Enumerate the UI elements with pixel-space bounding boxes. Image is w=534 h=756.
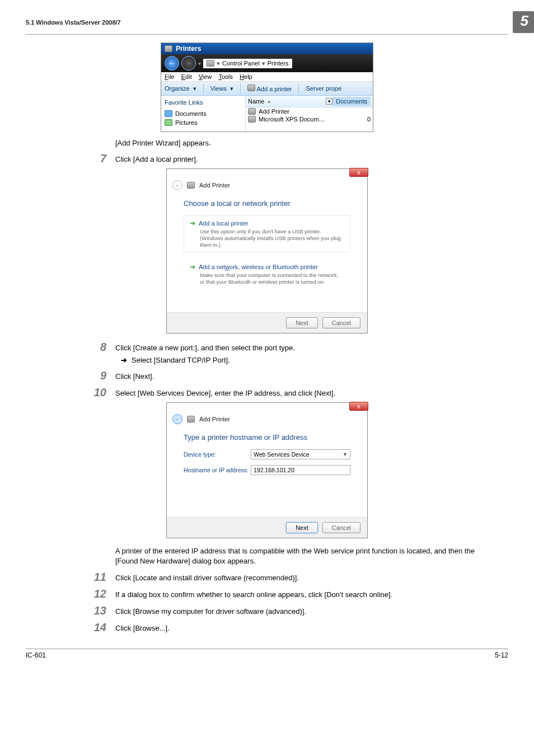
printer-icon — [187, 182, 195, 189]
step-text: Click [Locate and install driver softwar… — [115, 571, 486, 583]
menu-help[interactable]: Help — [240, 73, 252, 80]
step-text: Click [Next]. — [115, 370, 486, 381]
footer-left: IC-601 — [26, 651, 46, 659]
cancel-button[interactable]: Cancel — [322, 522, 360, 533]
printer-icon — [248, 108, 256, 115]
column-documents[interactable]: Documents — [332, 97, 371, 106]
option-description: Make sure that your computer is connecte… — [200, 272, 344, 285]
footer-right: 5-12 — [495, 651, 508, 659]
doc-count: 0 — [362, 116, 371, 123]
step-number: 11 — [48, 571, 115, 583]
option-local-printer[interactable]: ➔Add a local printer Use this option onl… — [184, 215, 350, 252]
step-8: 8 Click [Create a new port:], and then s… — [48, 341, 486, 353]
page: 5.1 Windows Vista/Server 2008/7 5 Printe… — [0, 11, 534, 661]
step-number: 14 — [48, 622, 115, 633]
step-number: 10 — [48, 387, 115, 398]
column-header-row: Name ▲ ▾ Documents — [246, 96, 373, 107]
menu-bar: File Edit View Tools Help — [161, 72, 373, 82]
window-titlebar: Printers — [161, 43, 373, 54]
page-header: 5.1 Windows Vista/Server 2008/7 5 — [26, 11, 508, 35]
option-description: Use this option only if you don't have a… — [200, 228, 344, 248]
chapter-badge: 5 — [513, 11, 534, 33]
wizard-title: Choose a local or network printer — [184, 199, 350, 208]
menu-edit[interactable]: Edit — [181, 73, 192, 80]
printer-icon — [247, 84, 255, 91]
wizard-title: Type a printer hostname or IP address — [184, 433, 350, 442]
col-custom-hit-test-margin-column-name[interactable]: Name — [248, 98, 264, 105]
screenshot-add-printer-ipaddress: x ← Add Printer Type a printer hostname … — [48, 402, 486, 538]
back-button[interactable]: ← — [165, 56, 179, 71]
hostname-label: Hostname or IP address: — [184, 467, 251, 473]
forward-button[interactable]: → — [181, 56, 196, 71]
step-7: 7 Click [Add a local printer]. — [48, 153, 486, 164]
add-printer-button[interactable]: Add a printer — [247, 84, 292, 92]
close-icon[interactable]: x — [349, 168, 368, 177]
server-properties-button[interactable]: Server prope — [306, 85, 341, 92]
step-12: 12 If a dialog box to confirm whether to… — [48, 588, 486, 599]
arrow-icon: ➔ — [121, 356, 127, 364]
device-type-row: Device type: Web Services Device ▼ — [184, 449, 350, 459]
folder-icon — [165, 110, 172, 117]
chevron-down-icon: ▼ — [343, 452, 348, 457]
option-network-printer[interactable]: ➔Add a network, wireless or Bluetooth pr… — [184, 259, 350, 289]
address-breadcrumb[interactable]: ▾ Control Panel ▾ Printers — [203, 59, 292, 68]
close-icon[interactable]: x — [349, 402, 368, 411]
step-number: 12 — [48, 588, 115, 599]
menu-file[interactable]: File — [165, 73, 175, 80]
back-button[interactable]: ← — [172, 414, 182, 424]
next-button[interactable]: Next — [286, 522, 318, 533]
nav-bar: ← → ▾ ▾ Control Panel ▾ Printers — [161, 54, 373, 72]
sort-asc-icon: ▲ — [266, 98, 271, 104]
printer-icon — [165, 45, 172, 52]
chevron-down-icon: ▾ — [198, 60, 201, 67]
step-text: If a dialog box to confirm whether to se… — [115, 588, 486, 599]
step-text: Click [Browse my computer for driver sof… — [115, 605, 486, 616]
cancel-button[interactable]: Cancel — [322, 317, 360, 328]
menu-tools[interactable]: Tools — [218, 73, 233, 80]
step-8-substep: ➔ Select [Standard TCP/IP Port]. — [121, 356, 486, 364]
step-text: Click [Add a local printer]. — [115, 153, 486, 164]
hostname-input[interactable]: 192.168.101.20 — [251, 465, 350, 475]
next-button[interactable]: Next — [286, 317, 318, 328]
printer-icon — [248, 116, 256, 123]
file-list: Name ▲ ▾ Documents Add Printer — [245, 96, 373, 132]
back-button[interactable]: ← — [172, 180, 182, 190]
column-dropdown-icon[interactable]: ▾ — [326, 98, 332, 105]
device-type-label: Device type: — [184, 451, 251, 458]
paragraph-found-hardware: A printer of the entered IP address that… — [115, 546, 486, 566]
list-item-add-printer[interactable]: Add Printer — [246, 107, 373, 115]
breadcrumb-part: Control Panel — [222, 60, 260, 67]
step-number: 9 — [48, 370, 115, 381]
menu-view[interactable]: View — [199, 73, 212, 80]
hostname-row: Hostname or IP address: 192.168.101.20 — [184, 465, 350, 475]
arrow-icon: ➔ — [190, 219, 195, 227]
step-text: Click [Create a new port:], and then sel… — [115, 341, 486, 353]
arrow-icon: ➔ — [190, 263, 195, 271]
list-item-xps[interactable]: Microsoft XPS Docum… 0 — [246, 115, 373, 123]
pictures-icon — [165, 119, 172, 126]
printer-icon — [207, 60, 214, 67]
step-14: 14 Click [Browse...]. — [48, 622, 486, 633]
favorites-panel: Favorite Links Documents Pictures — [161, 96, 245, 132]
device-type-select[interactable]: Web Services Device ▼ — [251, 449, 350, 459]
window-title: Printers — [176, 45, 201, 53]
step-9: 9 Click [Next]. — [48, 370, 486, 381]
step-number: 8 — [48, 341, 115, 353]
favorites-item-documents[interactable]: Documents — [165, 110, 242, 117]
page-content: Printers ← → ▾ ▾ Control Panel ▾ Printer… — [26, 43, 508, 633]
paragraph-wizard-appears: [Add Printer Wizard] appears. — [115, 139, 486, 147]
breadcrumb-part: Printers — [268, 60, 289, 67]
favorites-title: Favorite Links — [165, 99, 242, 106]
step-number: 7 — [48, 153, 115, 164]
views-button[interactable]: Views ▾ — [210, 85, 233, 92]
favorites-item-pictures[interactable]: Pictures — [165, 119, 242, 126]
step-10: 10 Select [Web Services Device], enter t… — [48, 387, 486, 398]
step-number: 13 — [48, 605, 115, 616]
organize-button[interactable]: Organize ▾ — [165, 85, 196, 92]
wizard-name: Add Printer — [199, 182, 230, 189]
page-footer: IC-601 5-12 — [26, 649, 508, 661]
printer-icon — [187, 416, 195, 422]
step-text: Select [Web Services Device], enter the … — [115, 387, 486, 398]
screenshot-add-printer-choose: x ← Add Printer Choose a local or networ… — [48, 168, 486, 334]
toolbar: Organize ▾ Views ▾ Add a printer Server … — [161, 82, 373, 96]
